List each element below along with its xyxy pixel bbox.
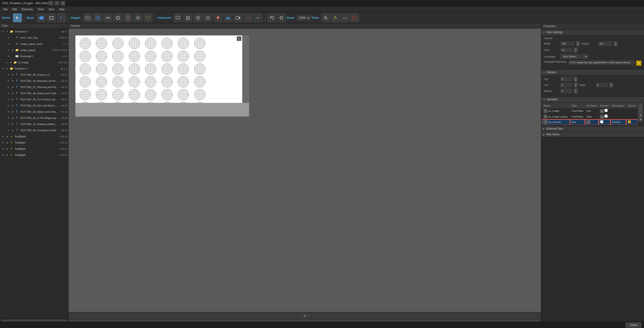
- video-tool-button[interactable]: [234, 14, 242, 22]
- folder-tool-button[interactable]: [37, 14, 46, 22]
- eye-icon-image-popup-close[interactable]: 👁: [6, 42, 10, 46]
- expand-container2[interactable]: ▼: [6, 30, 9, 33]
- tree-content[interactable]: 👁 ▼ 📁 Container 2 ◆0,-4 👁 T Inner_Text_P…: [0, 28, 68, 319]
- expand-textbig06[interactable]: ▶: [6, 147, 9, 151]
- close-window-button[interactable]: ✕: [60, 1, 65, 6]
- expand-text-big-07[interactable]: ▶: [11, 85, 15, 89]
- var-expose-check-var-textinfo[interactable]: [600, 120, 603, 124]
- tree-item-text-big-02[interactable]: 👁 ▶ T TEXT BIG_02_In The Beginning_V... …: [0, 115, 68, 121]
- canvas-hscroll[interactable]: [68, 319, 541, 322]
- tree-item-container1[interactable]: 👁 ▶ 📁 Container 1 ◆-2,-6: [0, 66, 68, 72]
- zoom-select[interactable]: 100% 50% 75% 150% 200%: [297, 15, 310, 20]
- height-input[interactable]: [598, 42, 612, 46]
- expand-ht-image[interactable]: ▶: [9, 60, 13, 64]
- grid-input[interactable]: [560, 48, 572, 52]
- expand-textbig05[interactable]: ▶: [6, 153, 9, 157]
- margins-header[interactable]: ▼ Margins: [541, 70, 644, 75]
- eye-icon-image-popup[interactable]: 👁: [6, 48, 10, 52]
- menu-edit[interactable]: Edit: [10, 7, 19, 12]
- eye-icon-text-big-07[interactable]: 👁: [6, 85, 10, 89]
- tree-item-text-big-03[interactable]: 👁 ▶ T TEXT BIG_03_Nature and Urbanit... …: [0, 109, 68, 115]
- var-expose-link-vis-loader[interactable]: ≪: [600, 109, 604, 113]
- vars-remove-button[interactable]: −: [638, 108, 643, 112]
- eye-icon-text-big-04[interactable]: 👁: [6, 104, 10, 108]
- tree-item-image-popup-close[interactable]: 👁 ✕ image_popup_close ↗7,7: [0, 41, 68, 47]
- embed-input[interactable]: [569, 60, 634, 64]
- compass-tool-button[interactable]: [204, 14, 212, 22]
- external-files-header[interactable]: ▶ External Files: [541, 126, 644, 132]
- tree-item-container2[interactable]: 👁 ▼ 📁 Container 2 ◆0,-4: [0, 28, 68, 35]
- vars-down-button[interactable]: ▼: [638, 117, 643, 121]
- tree-item-textbig06[interactable]: 👁 ▶ ✦ TextBig06 ↘758,29: [0, 146, 68, 152]
- lottie-tool-button[interactable]: L: [114, 14, 122, 22]
- table-row[interactable]: ↗ var_textinfo Text ≪: [542, 120, 638, 125]
- var-expose-link-vis-image-popup[interactable]: ≪: [600, 115, 604, 119]
- tree-item-text-big-07[interactable]: 👁 ▶ T TEXT BIG_07_Planning and Places...…: [0, 84, 68, 90]
- top-down[interactable]: ▼: [574, 79, 578, 81]
- nav-right-arrow[interactable]: →: [313, 314, 316, 318]
- canvas-close-button[interactable]: ✕: [237, 36, 241, 41]
- screen-tool-button[interactable]: [174, 14, 182, 22]
- expand-text-big-09[interactable]: ▶: [11, 73, 15, 76]
- code-tool-button[interactable]: </>: [254, 14, 262, 22]
- eye-icon-text-big-00[interactable]: 👁: [6, 128, 10, 132]
- translate-tool-button[interactable]: A文: [340, 14, 349, 22]
- pdf-tool-button[interactable]: PDF: [124, 14, 132, 22]
- pin-tool-button[interactable]: [214, 14, 222, 22]
- right-input[interactable]: [596, 83, 608, 87]
- undo-button[interactable]: [268, 14, 276, 22]
- eye-icon-inner-text-pop[interactable]: 👁: [6, 36, 10, 40]
- eye-icon-text-big-03[interactable]: 👁: [6, 110, 10, 114]
- width-down[interactable]: ▼: [576, 44, 580, 46]
- height-up[interactable]: ▲: [614, 41, 618, 44]
- redo-button[interactable]: [277, 14, 286, 22]
- eye-icon-text-big-02[interactable]: 👁: [6, 116, 10, 120]
- left-down[interactable]: ▼: [574, 85, 578, 87]
- menu-tools[interactable]: Tools: [36, 7, 46, 12]
- minimize-button[interactable]: ─: [49, 1, 53, 6]
- eye-icon-text-big-05[interactable]: 👁: [6, 97, 10, 102]
- eye-icon-ht-image[interactable]: 👁: [4, 60, 9, 64]
- grid-up[interactable]: ▲: [574, 48, 578, 50]
- bottom-input[interactable]: [560, 89, 572, 93]
- chart-tool-button[interactable]: [224, 14, 232, 22]
- eye-icon-textbig05[interactable]: 👁: [1, 153, 5, 157]
- vars-up-button[interactable]: ▲: [638, 113, 643, 117]
- right-down[interactable]: ▼: [609, 85, 613, 87]
- bottom-up[interactable]: ▲: [574, 89, 578, 91]
- tree-item-textbig07[interactable]: 👁 ▶ ✦ TextBig07 ↘758,29: [0, 140, 68, 146]
- var-link-vis-loader[interactable]: ↗: [544, 109, 547, 113]
- bottom-spinner[interactable]: ▲ ▼: [574, 89, 578, 93]
- grid-tool-button[interactable]: [184, 14, 192, 22]
- table-row[interactable]: ↗ vis_image_popup True/False false ≪: [542, 114, 638, 120]
- expand-rectangle1[interactable]: [11, 54, 15, 58]
- left-input[interactable]: [560, 83, 572, 87]
- close-button[interactable]: Close: [626, 322, 641, 328]
- eye-icon-rectangle1[interactable]: 👁: [6, 54, 10, 58]
- image-tool-button[interactable]: [84, 14, 92, 22]
- eye-icon-textbig07[interactable]: 👁: [1, 140, 5, 145]
- skin-settings-header[interactable]: ▼ Skin Settings: [541, 30, 644, 35]
- skin-notes-header[interactable]: ▶ Skin Notes: [541, 132, 644, 137]
- expand-text-big-02[interactable]: ▶: [11, 116, 15, 120]
- svg-tool-button[interactable]: SVG: [104, 14, 112, 22]
- expand-image-popup-close[interactable]: [11, 42, 15, 46]
- top-spinner[interactable]: ▲ ▼: [574, 77, 578, 81]
- width-up[interactable]: ▲: [576, 41, 580, 44]
- eye-icon-textbig09[interactable]: 👁: [1, 134, 5, 138]
- eye-icon-text-big-09[interactable]: 👁: [6, 73, 10, 77]
- top-input[interactable]: [560, 77, 572, 81]
- rectangle-tool-button[interactable]: [47, 14, 56, 22]
- search-tool-button[interactable]: [321, 14, 330, 22]
- slider-tool-button[interactable]: [244, 14, 252, 22]
- expand-inner-text-pop[interactable]: [11, 36, 15, 40]
- tree-item-rectangle1[interactable]: 👁 Rectangle 1 ↘15,3: [0, 53, 68, 60]
- expand-text-big-04[interactable]: ▶: [11, 104, 15, 108]
- tree-item-text-big-06[interactable]: 👁 ▶ T TEXT BIG_06_History and Traditio..…: [0, 90, 68, 96]
- menu-elements[interactable]: Elements: [20, 7, 35, 12]
- grid-down[interactable]: ▼: [574, 50, 578, 52]
- var-expose-check-vis-loader[interactable]: [604, 109, 608, 112]
- select-tool-button[interactable]: [13, 14, 22, 22]
- canvas-content[interactable]: ✕: [68, 28, 541, 312]
- language-select[interactable]: Auto Detect English French German: [560, 54, 588, 59]
